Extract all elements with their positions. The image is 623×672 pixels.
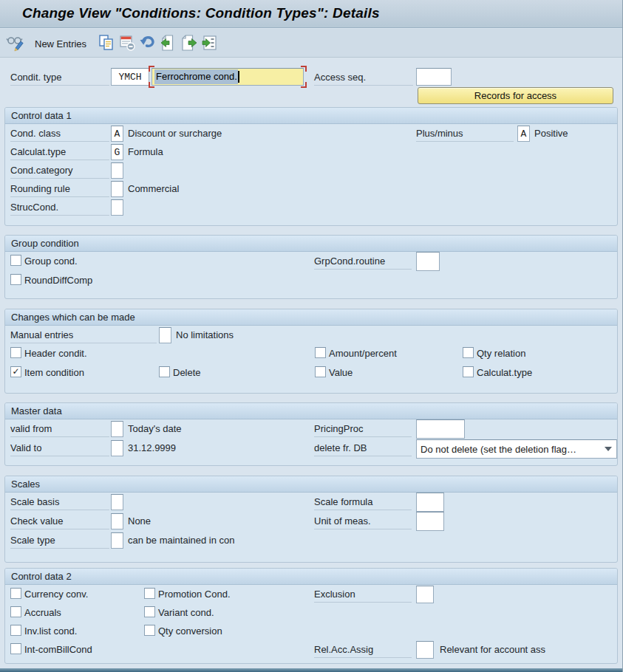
accruals-label: Accruals bbox=[24, 607, 61, 618]
group-cond-checkbox[interactable] bbox=[10, 255, 21, 266]
scale-formula-label: Scale formula bbox=[314, 496, 412, 510]
section-title: Control data 2 bbox=[5, 569, 617, 585]
qty-conversion-label: Qty conversion bbox=[158, 625, 222, 637]
focus-corner bbox=[301, 82, 307, 88]
delete-fr-db-dropdown[interactable]: Do not delete (set the deletion flag… bbox=[416, 439, 617, 459]
sap-window: Change View "Conditions: Condition Types… bbox=[0, 0, 623, 672]
page-title: Change View "Conditions: Condition Types… bbox=[0, 0, 622, 21]
cond-class-field[interactable] bbox=[111, 126, 123, 142]
valid-to-field[interactable] bbox=[111, 440, 123, 456]
delete-label: Delete bbox=[173, 367, 201, 378]
currency-conv-checkbox[interactable] bbox=[10, 588, 21, 599]
condit-type-label: Condit. type bbox=[10, 72, 109, 86]
item-condition-label: Item condition bbox=[24, 367, 84, 378]
valid-from-field[interactable] bbox=[111, 421, 123, 437]
value-checkbox[interactable] bbox=[315, 366, 326, 377]
scale-type-field[interactable] bbox=[111, 532, 123, 549]
text-cursor bbox=[238, 71, 239, 83]
cond-category-field[interactable] bbox=[111, 162, 123, 179]
condit-type-key-field[interactable] bbox=[111, 68, 149, 86]
plus-minus-label: Plus/minus bbox=[416, 128, 514, 142]
section-group-condition: Group condition Group cond. GrpCond.rout… bbox=[4, 235, 618, 299]
section-title: Scales bbox=[5, 476, 617, 493]
plus-minus-field[interactable] bbox=[517, 126, 530, 142]
valid-from-text: Today's date bbox=[128, 423, 182, 434]
currency-conv-label: Currency conv. bbox=[24, 589, 88, 600]
int-combillcond-checkbox[interactable] bbox=[10, 643, 21, 654]
exclusion-label: Exclusion bbox=[314, 589, 412, 603]
calculat-type-checkbox[interactable] bbox=[463, 366, 474, 377]
int-combillcond-label: Int-comBillCond bbox=[24, 644, 92, 655]
condit-type-description-field[interactable]: Ferrochrome cond. bbox=[152, 68, 304, 86]
window-bottom-edge bbox=[0, 668, 622, 672]
rounddiffcomp-label: RoundDiffComp bbox=[24, 275, 92, 286]
access-seq-field[interactable] bbox=[416, 68, 452, 86]
cond-category-label: Cond.category bbox=[10, 165, 109, 179]
check-value-field[interactable] bbox=[111, 513, 123, 529]
focus-corner bbox=[301, 66, 307, 72]
records-for-access-button[interactable]: Records for access bbox=[418, 87, 613, 104]
header-condit-label: Header condit. bbox=[24, 348, 87, 359]
title-bar: Change View "Conditions: Condition Types… bbox=[0, 0, 622, 28]
item-condition-checkbox[interactable]: ✓ bbox=[10, 366, 21, 377]
next-entry-icon[interactable] bbox=[180, 34, 198, 52]
unit-of-meas-field[interactable] bbox=[416, 512, 444, 531]
header-condit-checkbox[interactable] bbox=[10, 347, 21, 358]
pricingproc-field[interactable] bbox=[416, 419, 465, 439]
qty-relation-checkbox[interactable] bbox=[463, 347, 474, 358]
delete-checkbox[interactable] bbox=[159, 366, 170, 377]
grpcond-routine-field[interactable] bbox=[416, 252, 440, 271]
scale-basis-field[interactable] bbox=[111, 494, 123, 510]
rel-acc-assig-text: Relevant for account ass bbox=[440, 644, 545, 655]
section-title: Changes which can be made bbox=[5, 309, 617, 326]
section-title: Group condition bbox=[5, 236, 617, 252]
new-entries-button[interactable]: New Entries bbox=[33, 38, 89, 50]
group-cond-label: Group cond. bbox=[24, 256, 78, 267]
qty-conversion-checkbox[interactable] bbox=[144, 625, 155, 636]
selected-text: Ferrochrome cond. bbox=[154, 69, 238, 84]
section-scales: Scales Scale basis Scale formula Check v… bbox=[4, 476, 618, 563]
scale-type-text: can be maintained in con bbox=[128, 535, 235, 546]
previous-entry-icon[interactable] bbox=[160, 34, 177, 52]
struccond-field[interactable] bbox=[111, 199, 123, 216]
rounding-rule-text: Commercial bbox=[128, 183, 179, 194]
rounding-rule-field[interactable] bbox=[111, 181, 123, 197]
valid-to-text: 31.12.9999 bbox=[128, 442, 176, 453]
amount-percent-checkbox[interactable] bbox=[315, 347, 326, 358]
section-control-data-1: Control data 1 Cond. class Discount or s… bbox=[4, 107, 618, 226]
manual-entries-text: No limitations bbox=[176, 329, 234, 340]
inv-list-cond-checkbox[interactable] bbox=[10, 625, 21, 636]
rel-acc-assig-field[interactable] bbox=[416, 641, 434, 659]
focus-corner bbox=[149, 82, 154, 88]
cond-class-label: Cond. class bbox=[10, 128, 109, 142]
calculat-type-change-label: Calculat.type bbox=[477, 367, 532, 378]
inv-list-cond-label: Inv.list cond. bbox=[24, 625, 77, 637]
copy-icon[interactable] bbox=[98, 34, 115, 52]
rel-acc-assig-label: Rel.Acc.Assig bbox=[314, 644, 412, 658]
check-value-label: Check value bbox=[10, 515, 109, 529]
rounding-rule-label: Rounding rule bbox=[10, 183, 109, 197]
promotion-cond-checkbox[interactable] bbox=[144, 588, 155, 599]
manual-entries-label: Manual entries bbox=[10, 329, 157, 343]
accruals-checkbox[interactable] bbox=[10, 606, 21, 617]
variant-cond-checkbox[interactable] bbox=[144, 606, 155, 617]
rounddiffcomp-checkbox[interactable] bbox=[10, 274, 21, 285]
section-title: Control data 1 bbox=[5, 108, 617, 124]
dropdown-arrow-icon bbox=[605, 447, 612, 451]
display-change-icon[interactable] bbox=[6, 34, 28, 52]
delete-fr-db-label: delete fr. DB bbox=[314, 442, 412, 456]
promotion-cond-label: Promotion Cond. bbox=[158, 589, 231, 600]
focus-corner bbox=[149, 66, 154, 72]
struccond-label: StrucCond. bbox=[10, 202, 109, 216]
delete-icon[interactable] bbox=[118, 34, 136, 52]
scale-formula-field[interactable] bbox=[416, 493, 444, 512]
manual-entries-field[interactable] bbox=[159, 327, 171, 343]
calculat-type-field[interactable] bbox=[111, 144, 123, 160]
variant-cond-label: Variant cond. bbox=[158, 607, 214, 618]
exclusion-field[interactable] bbox=[416, 586, 434, 603]
scale-basis-label: Scale basis bbox=[10, 496, 109, 510]
unit-of-meas-label: Unit of meas. bbox=[314, 515, 412, 529]
undo-icon[interactable] bbox=[139, 34, 157, 52]
grpcond-routine-label: GrpCond.routine bbox=[314, 256, 412, 270]
other-entry-icon[interactable] bbox=[201, 34, 219, 52]
